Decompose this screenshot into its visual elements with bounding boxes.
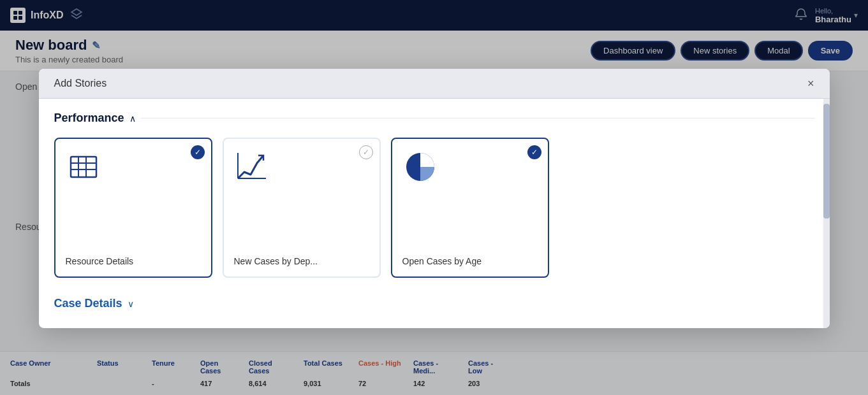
story-card-open-cases-age-label: Open Cases by Age	[402, 251, 538, 266]
story-card-new-cases-dep[interactable]: ✓ New Cases by Dep...	[223, 138, 381, 278]
story-card-new-cases-dep-label: New Cases by Dep...	[234, 251, 369, 266]
case-details-section-title: Case Details	[54, 297, 122, 310]
modal-body: Performance ∧ ✓ Resource Details	[39, 99, 830, 328]
story-card-resource-details[interactable]: ✓ Resource Details	[54, 138, 212, 278]
story-card-open-cases-age[interactable]: ✓ Open Cases by Age	[391, 138, 549, 278]
trend-icon	[234, 149, 270, 185]
table-icon	[66, 149, 101, 185]
modal-scrollbar[interactable]	[823, 99, 830, 328]
close-button[interactable]: ×	[807, 78, 814, 89]
story-card-resource-details-label: Resource Details	[66, 251, 201, 266]
check-badge-new-cases-dep: ✓	[359, 145, 373, 159]
section-divider	[141, 118, 814, 118]
modal-title: Add Stories	[54, 78, 107, 89]
modal-scrollbar-thumb	[823, 104, 830, 219]
performance-section-header: Performance ∧	[54, 111, 814, 125]
add-stories-modal: Add Stories × Performance ∧ ✓	[39, 69, 830, 328]
check-badge-resource-details: ✓	[191, 145, 205, 159]
case-details-section-header: Case Details ∨	[54, 297, 814, 310]
stories-grid: ✓ Resource Details ✓	[54, 138, 814, 278]
performance-section-title: Performance	[54, 111, 124, 125]
svg-rect-4	[71, 157, 96, 177]
pie-icon	[402, 149, 438, 185]
modal-header: Add Stories ×	[39, 69, 830, 99]
performance-toggle-icon[interactable]: ∧	[129, 113, 136, 124]
check-badge-open-cases-age: ✓	[527, 145, 541, 159]
case-details-toggle-icon[interactable]: ∨	[128, 299, 134, 309]
